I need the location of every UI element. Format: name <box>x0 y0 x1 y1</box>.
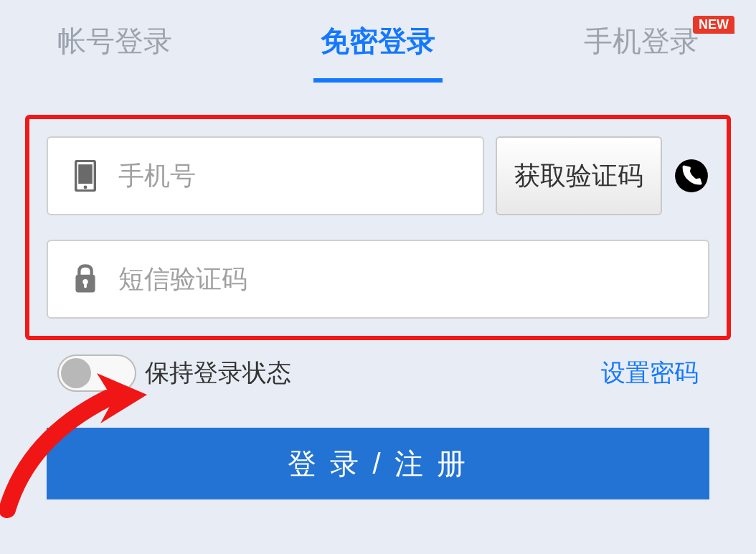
call-icon[interactable] <box>674 158 709 194</box>
svg-rect-6 <box>84 283 87 288</box>
keep-logged-in-toggle[interactable] <box>57 355 136 392</box>
svg-point-2 <box>84 185 88 189</box>
set-password-link[interactable]: 设置密码 <box>601 357 699 390</box>
login-register-button[interactable]: 登 录 / 注 册 <box>47 428 709 499</box>
tab-account-login[interactable]: 帐号登录 <box>57 22 172 83</box>
toggle-knob <box>61 358 91 388</box>
tab-phone-login-label: 手机登录 <box>584 25 699 57</box>
phone-icon <box>70 159 101 193</box>
new-badge: NEW <box>693 16 734 34</box>
sms-code-input[interactable] <box>118 264 686 294</box>
svg-rect-1 <box>78 164 93 184</box>
tab-passwordless-login[interactable]: 免密登录 <box>321 22 435 83</box>
sms-row <box>47 240 709 319</box>
form-highlighted-area: 获取验证码 <box>25 115 731 340</box>
lock-icon <box>70 262 101 296</box>
phone-input-box[interactable] <box>47 136 484 215</box>
phone-input[interactable] <box>118 161 461 191</box>
options-row: 保持登录状态 设置密码 <box>36 355 720 392</box>
keep-logged-in-wrapper: 保持登录状态 <box>57 355 291 392</box>
sms-code-input-box[interactable] <box>47 240 709 319</box>
get-code-button[interactable]: 获取验证码 <box>496 136 662 215</box>
keep-logged-in-label: 保持登录状态 <box>145 357 291 390</box>
phone-row: 获取验证码 <box>47 136 709 215</box>
login-tabs: 帐号登录 免密登录 手机登录 NEW <box>36 22 720 83</box>
tab-phone-login[interactable]: 手机登录 NEW <box>584 22 699 83</box>
